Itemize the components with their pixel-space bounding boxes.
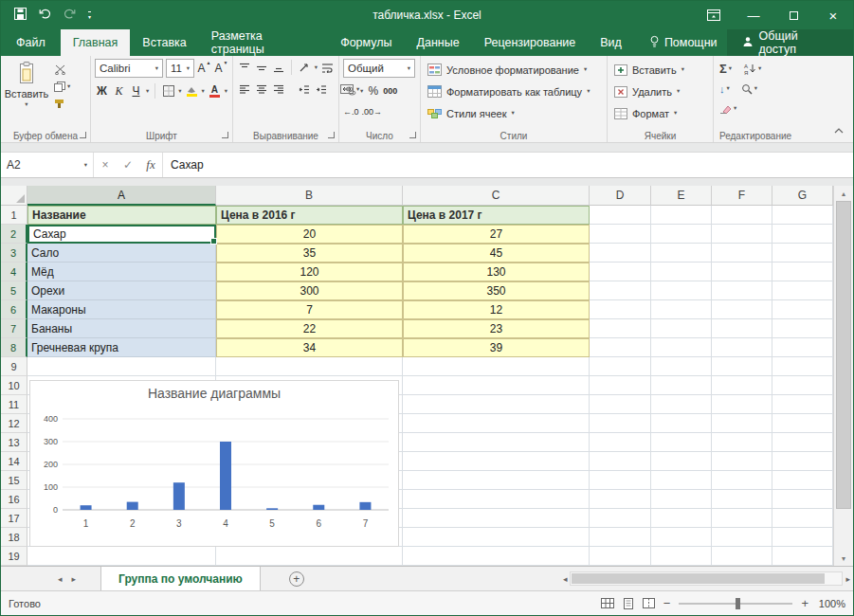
increase-decimal-button[interactable]: ←.0 [343, 103, 359, 120]
cell-F2[interactable] [712, 225, 772, 244]
cell-D9[interactable] [590, 357, 651, 376]
cell-F12[interactable] [712, 414, 772, 433]
zoom-in-button[interactable]: + [801, 596, 809, 610]
cell-B8[interactable]: 34 [216, 338, 403, 357]
format-painter-button[interactable] [54, 98, 70, 110]
row-header[interactable]: 11 [1, 395, 27, 414]
align-top-button[interactable] [237, 59, 251, 76]
cell-G19[interactable] [772, 547, 833, 566]
cell-C2[interactable]: 27 [403, 225, 590, 244]
row-header[interactable]: 7 [1, 319, 27, 338]
italic-button[interactable]: К [112, 82, 126, 100]
bold-button[interactable]: Ж [95, 82, 109, 100]
row-header[interactable]: 12 [1, 414, 27, 433]
cell-B2[interactable]: 20 [216, 225, 403, 244]
cell-C4[interactable]: 130 [403, 263, 590, 281]
cell-C18[interactable] [403, 528, 590, 547]
cell-F10[interactable] [712, 376, 772, 395]
cell-E4[interactable] [651, 263, 712, 281]
cell-D4[interactable] [590, 263, 651, 281]
cell-C7[interactable]: 23 [403, 319, 590, 338]
cell-E16[interactable] [651, 490, 712, 509]
row-header[interactable]: 10 [1, 376, 27, 395]
align-middle-button[interactable] [254, 59, 268, 76]
ribbon-tab[interactable]: Данные [405, 29, 472, 56]
cell-D16[interactable] [590, 490, 651, 509]
close-button[interactable]: × [813, 1, 853, 29]
cell-A1[interactable]: Название [27, 206, 216, 225]
cell-C14[interactable] [403, 452, 590, 471]
cell-E17[interactable] [651, 509, 712, 528]
cell-G18[interactable] [772, 528, 833, 547]
cell-D19[interactable] [590, 547, 651, 566]
cut-button[interactable] [54, 63, 70, 76]
orientation-button[interactable] [298, 59, 312, 76]
ribbon-display-options-icon[interactable] [707, 9, 720, 21]
ribbon-tab[interactable]: Рецензирование [472, 29, 589, 56]
cell-D13[interactable] [590, 433, 651, 452]
customize-qat-icon[interactable]: ▾ [88, 11, 91, 20]
cell-G17[interactable] [772, 509, 833, 528]
collapse-ribbon-icon[interactable] [834, 120, 844, 137]
undo-icon[interactable] [39, 9, 51, 22]
cell-C8[interactable]: 39 [403, 338, 590, 357]
sheet-nav-left-icon[interactable]: ◂ [58, 574, 63, 584]
cell-D11[interactable] [590, 395, 651, 414]
cell-B7[interactable]: 22 [216, 319, 403, 338]
cell-F3[interactable] [712, 244, 772, 263]
row-header[interactable]: 18 [1, 528, 27, 547]
format-as-table-button[interactable]: Форматировать как таблицу▾ [425, 81, 603, 102]
decrease-decimal-button[interactable]: .00→ [362, 103, 383, 120]
cell-E15[interactable] [651, 471, 712, 490]
sheet-nav-right-icon[interactable]: ▸ [72, 574, 77, 584]
cell-G15[interactable] [772, 471, 833, 490]
scroll-left-icon[interactable]: ◂ [563, 574, 568, 584]
fill-color-button[interactable] [185, 82, 199, 100]
row-header[interactable]: 15 [1, 471, 27, 490]
cell-A4[interactable]: Мёд [27, 263, 216, 281]
scroll-right-icon[interactable]: ▸ [845, 574, 850, 584]
cell-G11[interactable] [772, 395, 833, 414]
cell-F4[interactable] [712, 263, 772, 281]
tell-me-assistant[interactable]: Помощни [640, 29, 727, 56]
cell-G8[interactable] [772, 338, 833, 357]
cell-B19[interactable] [216, 547, 403, 566]
cell-C16[interactable] [403, 490, 590, 509]
cell-B5[interactable]: 300 [216, 281, 403, 300]
name-box[interactable]: A2▾ [1, 153, 94, 177]
column-header[interactable]: D [590, 186, 651, 206]
zoom-slider-thumb[interactable] [736, 598, 740, 609]
cell-E7[interactable] [651, 319, 712, 338]
cell-G2[interactable] [772, 225, 833, 244]
column-header[interactable]: B [216, 186, 403, 206]
cell-E8[interactable] [651, 338, 712, 357]
ribbon-tab[interactable]: Вид [588, 29, 634, 56]
copy-button[interactable]: ▾ [54, 81, 70, 93]
cell-F13[interactable] [712, 433, 772, 452]
horizontal-scroll-thumb[interactable] [572, 573, 825, 584]
cell-D15[interactable] [590, 471, 651, 490]
cell-D5[interactable] [590, 281, 651, 300]
align-center-button[interactable] [254, 81, 268, 98]
column-header[interactable]: E [651, 186, 712, 206]
row-header[interactable]: 4 [1, 263, 27, 281]
sheet-tab[interactable]: Группа по умолчанию [100, 567, 261, 590]
dialog-launcher-icon[interactable] [328, 132, 335, 138]
cell-E9[interactable] [651, 357, 712, 376]
horizontal-scrollbar[interactable]: ◂ ▸ [563, 571, 853, 586]
conditional-formatting-button[interactable]: Условное форматирование▾ [425, 59, 603, 81]
cell-A6[interactable]: Макароны [27, 300, 216, 319]
cell-F15[interactable] [712, 471, 772, 490]
row-header[interactable]: 19 [1, 547, 27, 566]
cell-G4[interactable] [772, 263, 833, 281]
cell-F5[interactable] [712, 281, 772, 300]
cell-E6[interactable] [651, 300, 712, 319]
cell-E19[interactable] [651, 547, 712, 566]
cell-C13[interactable] [403, 433, 590, 452]
cell-D14[interactable] [590, 452, 651, 471]
cell-D7[interactable] [590, 319, 651, 338]
paste-button[interactable]: Вставить ▾ [5, 59, 48, 110]
autosum-button[interactable]: Σ▾ [719, 62, 732, 76]
accounting-format-button[interactable] [343, 82, 357, 100]
formula-input[interactable]: Сахар [162, 153, 853, 177]
